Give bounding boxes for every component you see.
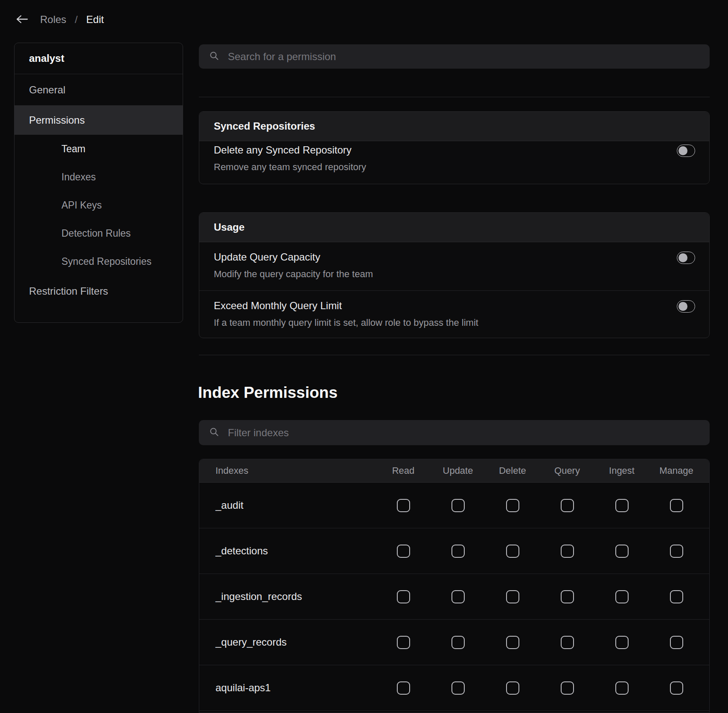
breadcrumb-separator: / xyxy=(75,14,78,26)
breadcrumb-roles-link[interactable]: Roles xyxy=(40,14,66,26)
column-header-update: Update xyxy=(431,465,485,476)
column-header-delete: Delete xyxy=(485,465,540,476)
checkbox-ingest[interactable] xyxy=(615,590,629,603)
checkbox-update[interactable] xyxy=(451,681,465,695)
checkbox-update[interactable] xyxy=(451,636,465,649)
section-title: Usage xyxy=(199,213,709,242)
checkbox-read[interactable] xyxy=(397,499,410,512)
table-header-row: Indexes Read Update Delete Query Ingest … xyxy=(199,459,709,483)
column-header-query: Query xyxy=(540,465,594,476)
toggle-knob xyxy=(678,302,687,311)
index-filter-input[interactable] xyxy=(227,426,699,439)
roles-edit-page: Roles / Edit analyst General Permissions… xyxy=(0,0,728,713)
index-name: _ingestion_records xyxy=(199,591,376,603)
checkbox-query[interactable] xyxy=(561,499,574,512)
breadcrumb-current-page: Edit xyxy=(86,14,104,26)
checkbox-update[interactable] xyxy=(451,590,465,603)
section-title: Synced Repositories xyxy=(199,112,709,141)
section-divider xyxy=(199,97,710,97)
checkbox-delete[interactable] xyxy=(506,681,519,695)
index-filter-box xyxy=(199,420,710,445)
checkbox-manage[interactable] xyxy=(670,636,683,649)
sidebar-item-indexes[interactable]: Indexes xyxy=(15,163,183,191)
index-name: _query_records xyxy=(199,636,376,648)
permission-row-update-query-capacity: Update Query Capacity Modify the query c… xyxy=(199,242,709,290)
checkbox-ingest[interactable] xyxy=(615,545,629,558)
checkbox-read[interactable] xyxy=(397,545,410,558)
checkbox-delete[interactable] xyxy=(506,636,519,649)
toggle-knob xyxy=(678,253,687,262)
permission-row-exceed-monthly-query-limit: Exceed Monthly Query Limit If a team mon… xyxy=(199,290,709,338)
sidebar-item-synced-repositories[interactable]: Synced Repositories xyxy=(15,247,183,275)
index-row-ingestion-records: _ingestion_records xyxy=(199,574,709,620)
column-header-read: Read xyxy=(376,465,431,476)
sidebar-item-team[interactable]: Team xyxy=(15,135,183,163)
checkbox-ingest[interactable] xyxy=(615,636,629,649)
permission-description: If a team monthly query limit is set, al… xyxy=(214,317,658,329)
section-synced-repositories: Synced Repositories Delete any Synced Re… xyxy=(199,111,710,184)
sidebar-item-general[interactable]: General xyxy=(15,74,183,105)
checkbox-delete[interactable] xyxy=(506,499,519,512)
section-divider xyxy=(199,355,710,355)
role-name-title: analyst xyxy=(15,43,183,74)
checkbox-manage[interactable] xyxy=(670,681,683,695)
permission-row-delete-synced-repository: Delete any Synced Repository Remove any … xyxy=(199,141,709,173)
checkbox-read[interactable] xyxy=(397,636,410,649)
checkbox-update[interactable] xyxy=(451,545,465,558)
sidebar-item-detection-rules[interactable]: Detection Rules xyxy=(15,219,183,247)
index-name: aquilai-aps1 xyxy=(199,682,376,694)
permission-title: Exceed Monthly Query Limit xyxy=(214,299,658,312)
column-header-indexes: Indexes xyxy=(199,465,376,476)
back-button[interactable] xyxy=(15,14,28,26)
checkbox-query[interactable] xyxy=(561,636,574,649)
exceed-monthly-query-limit-toggle[interactable] xyxy=(677,300,695,313)
index-name: _audit xyxy=(199,499,376,511)
arrow-left-icon xyxy=(15,14,28,26)
checkbox-ingest[interactable] xyxy=(615,681,629,695)
permission-search-input[interactable] xyxy=(227,50,699,63)
section-usage: Usage Update Query Capacity Modify the q… xyxy=(199,212,710,338)
checkbox-delete[interactable] xyxy=(506,545,519,558)
index-name: _detections xyxy=(199,545,376,557)
breadcrumb: Roles / Edit xyxy=(15,14,104,26)
checkbox-read[interactable] xyxy=(397,590,410,603)
index-row-audit: _audit xyxy=(199,483,709,528)
checkbox-manage[interactable] xyxy=(670,499,683,512)
index-row-query-records: _query_records xyxy=(199,620,709,665)
permission-description: Modify the query capacity for the team xyxy=(214,268,658,280)
toggle-knob xyxy=(678,146,687,155)
index-row-aquilai-aps1: aquilai-aps1 xyxy=(199,665,709,711)
search-icon xyxy=(209,427,219,439)
sidebar-item-restriction-filters[interactable]: Restriction Filters xyxy=(15,275,183,307)
sidebar-item-api-keys[interactable]: API Keys xyxy=(15,191,183,219)
delete-synced-repository-toggle[interactable] xyxy=(677,145,695,157)
column-header-manage: Manage xyxy=(649,465,704,476)
search-icon xyxy=(209,51,219,63)
index-row-detections: _detections xyxy=(199,528,709,574)
checkbox-ingest[interactable] xyxy=(615,499,629,512)
checkbox-query[interactable] xyxy=(561,590,574,603)
checkbox-query[interactable] xyxy=(561,681,574,695)
checkbox-update[interactable] xyxy=(451,499,465,512)
checkbox-read[interactable] xyxy=(397,681,410,695)
checkbox-query[interactable] xyxy=(561,545,574,558)
index-permissions-heading: Index Permissions xyxy=(198,384,338,402)
update-query-capacity-toggle[interactable] xyxy=(677,252,695,264)
checkbox-manage[interactable] xyxy=(670,590,683,603)
permission-title: Update Query Capacity xyxy=(214,251,658,264)
index-permissions-table: Indexes Read Update Delete Query Ingest … xyxy=(199,459,710,713)
permission-title: Delete any Synced Repository xyxy=(214,144,658,157)
checkbox-delete[interactable] xyxy=(506,590,519,603)
column-header-ingest: Ingest xyxy=(594,465,649,476)
checkbox-manage[interactable] xyxy=(670,545,683,558)
permission-search-box xyxy=(199,44,710,69)
sidebar-item-permissions[interactable]: Permissions xyxy=(15,105,183,135)
role-settings-sidebar: analyst General Permissions Team Indexes… xyxy=(14,43,183,323)
permission-description: Remove any team synced repository xyxy=(214,161,658,173)
